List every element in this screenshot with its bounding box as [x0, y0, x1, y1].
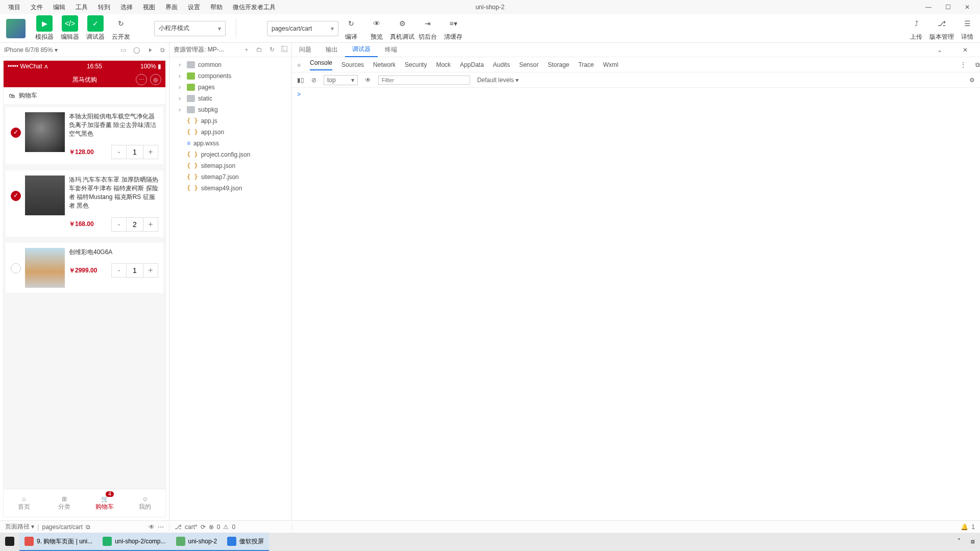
sidebar-toggle-icon[interactable]: ▮▯	[297, 77, 304, 84]
menu-project[interactable]: 项目	[3, 3, 26, 12]
file-app-js[interactable]: { }app.js	[169, 115, 291, 127]
tab-output[interactable]: 输出	[318, 43, 345, 57]
start-button[interactable]	[0, 533, 19, 551]
file-app-json[interactable]: { }app.json	[169, 127, 291, 138]
menu-settings[interactable]: 设置	[183, 3, 205, 12]
path-label[interactable]: 页面路径 ▾	[5, 522, 34, 531]
debugger-tab[interactable]: ✓调试器	[83, 15, 108, 41]
details-button[interactable]: ☰详情	[954, 15, 980, 41]
subtab-sources[interactable]: Sources	[341, 61, 364, 68]
plus-button[interactable]: +	[143, 145, 158, 159]
plus-button[interactable]: +	[143, 218, 158, 231]
upload-button[interactable]: ⤴上传	[903, 15, 929, 41]
settings-icon[interactable]: ⚙	[969, 77, 975, 84]
menu-goto[interactable]: 转到	[93, 3, 115, 12]
inspect-icon[interactable]: ⟐	[297, 61, 301, 68]
subtab-mock[interactable]: Mock	[436, 61, 451, 68]
taskbar-hbuilder[interactable]: uni-shop-2/comp...	[97, 533, 170, 551]
dock-icon[interactable]: ⧉	[975, 61, 980, 68]
close-button[interactable]: ✕	[958, 4, 977, 11]
page-select[interactable]: pages/cart/cart▾	[267, 21, 338, 36]
device-select[interactable]: IPhone 6/7/8 85% ▾	[4, 46, 58, 54]
capsule-close-icon[interactable]: ◎	[150, 74, 161, 85]
folder-pages[interactable]: ›pages	[169, 82, 291, 93]
close-icon[interactable]: ✕	[955, 43, 975, 57]
tab-me[interactable]: ☺我的	[125, 489, 165, 517]
menu-file[interactable]: 文件	[26, 3, 48, 12]
item-checkbox[interactable]	[11, 263, 21, 273]
product-thumb[interactable]	[25, 248, 65, 288]
sync-icon[interactable]: ⟳	[201, 523, 206, 531]
new-file-icon[interactable]: ＋	[243, 46, 250, 53]
folder-subpkg[interactable]: ›subpkg	[169, 104, 291, 115]
menu-help[interactable]: 帮助	[205, 3, 228, 12]
quantity-input[interactable]	[126, 264, 143, 277]
product-thumb[interactable]	[25, 176, 65, 215]
plus-button[interactable]: +	[143, 264, 158, 277]
subtab-storage[interactable]: Storage	[548, 61, 569, 68]
chevron-down-icon[interactable]: ⌄	[930, 43, 949, 57]
background-button[interactable]: ⇥切后台	[415, 15, 440, 41]
tray-action[interactable]: ⧈	[966, 533, 980, 551]
editor-tab[interactable]: </>编辑器	[57, 15, 83, 41]
folder-common[interactable]: ›common	[169, 59, 291, 70]
refresh-icon[interactable]: ↻	[270, 46, 275, 53]
mute-icon[interactable]: 🕨	[147, 46, 153, 54]
tab-category[interactable]: ⊞分类	[44, 489, 84, 517]
realdevice-button[interactable]: ⚙真机调试	[389, 15, 415, 41]
taskbar-devtools[interactable]: uni-shop-2	[171, 533, 223, 551]
context-select[interactable]: top▾	[324, 75, 358, 85]
avatar[interactable]	[6, 19, 26, 38]
quantity-input[interactable]	[126, 145, 143, 159]
subtab-appdata[interactable]: AppData	[460, 61, 484, 68]
console-body[interactable]: >	[292, 88, 980, 520]
minus-button[interactable]: -	[112, 264, 126, 277]
folder-static[interactable]: ›static	[169, 93, 291, 104]
product-thumb[interactable]	[25, 112, 65, 152]
tab-terminal[interactable]: 终端	[378, 43, 404, 57]
menu-select[interactable]: 选择	[115, 3, 138, 12]
taskbar-chrome[interactable]: 9. 购物车页面 | uni...	[19, 533, 97, 551]
eye-icon[interactable]: 👁	[149, 523, 155, 531]
file-sitemap49[interactable]: { }sitemap49.json	[169, 183, 291, 194]
quantity-stepper[interactable]: - +	[111, 217, 158, 232]
version-button[interactable]: ⎇版本管理	[929, 15, 954, 41]
popout-icon[interactable]: ⧉	[160, 46, 165, 54]
quantity-stepper[interactable]: - +	[111, 145, 158, 159]
file-project-config[interactable]: { }project.config.json	[169, 149, 291, 160]
tab-home[interactable]: ⌂首页	[4, 489, 44, 517]
menu-tools[interactable]: 工具	[70, 3, 93, 12]
clearcache-button[interactable]: ≡▾清缓存	[440, 15, 466, 41]
subtab-wxml[interactable]: Wxml	[603, 61, 618, 68]
more-icon[interactable]: ⋯	[158, 523, 164, 531]
collapse-icon[interactable]: ⿺	[281, 46, 287, 53]
file-sitemap7[interactable]: { }sitemap7.json	[169, 171, 291, 183]
levels-select[interactable]: Default levels ▾	[477, 77, 519, 84]
minus-button[interactable]: -	[112, 218, 126, 231]
tab-debugger[interactable]: 调试器	[345, 43, 378, 57]
taskbar-apower[interactable]: 傲软投屏	[222, 533, 269, 551]
eye-icon[interactable]: 👁	[365, 77, 371, 84]
subtab-network[interactable]: Network	[373, 61, 396, 68]
file-app-wxss[interactable]: ≡app.wxss	[169, 138, 291, 149]
simulator-tab[interactable]: ▶模拟器	[32, 15, 57, 41]
menu-wxdevtools[interactable]: 微信开发者工具	[228, 3, 281, 12]
copy-icon[interactable]: ⧉	[86, 523, 90, 531]
mode-select[interactable]: 小程序模式▾	[154, 21, 226, 36]
subtab-trace[interactable]: Trace	[578, 61, 594, 68]
file-sitemap[interactable]: { }sitemap.json	[169, 160, 291, 171]
subtab-console[interactable]: Console	[310, 59, 332, 70]
minus-button[interactable]: -	[112, 145, 126, 159]
phone-icon[interactable]: ▭	[120, 46, 126, 54]
subtab-sensor[interactable]: Sensor	[519, 61, 538, 68]
compile-button[interactable]: ↻编译	[338, 15, 364, 41]
clear-icon[interactable]: ⊘	[311, 77, 316, 84]
menu-interface[interactable]: 界面	[160, 3, 183, 12]
new-folder-icon[interactable]: 🗀	[256, 46, 262, 53]
tray-up[interactable]: ˄	[952, 533, 966, 551]
bell-icon[interactable]: 🔔	[961, 523, 968, 531]
tab-cart[interactable]: 4🛒购物车	[85, 489, 125, 517]
capsule-menu-icon[interactable]: ⋯	[136, 74, 147, 85]
subtab-audits[interactable]: Audits	[493, 61, 510, 68]
filter-input[interactable]	[378, 76, 470, 85]
